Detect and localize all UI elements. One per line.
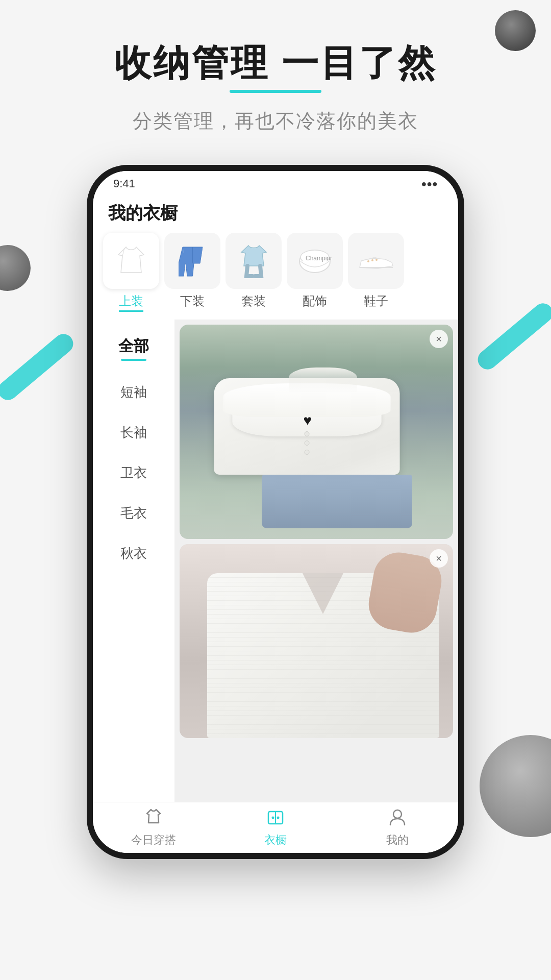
status-time: 9:41 (113, 177, 135, 190)
sidebar-item-all[interactable]: 全部 (93, 325, 174, 372)
decoration-stripe-left (0, 330, 77, 404)
svg-point-10 (277, 817, 279, 819)
sidebar: 全部 短袖 长袖 卫衣 毛衣 秋衣 (93, 320, 174, 802)
status-icons: ●●● (421, 179, 438, 189)
category-tabs: 上装 下装 (93, 233, 458, 320)
nav-label-outfit: 今日穿搭 (131, 832, 176, 848)
svg-point-6 (375, 259, 378, 261)
nav-profile[interactable]: 我的 (357, 807, 438, 848)
svg-point-11 (393, 810, 402, 818)
clothes-card-2: × (180, 544, 453, 738)
category-label-tops: 上装 (119, 293, 143, 312)
bottom-nav: 今日穿搭 衣橱 (93, 802, 458, 853)
nav-outfit[interactable]: 今日穿搭 (113, 807, 194, 848)
nav-wardrobe[interactable]: 衣橱 (235, 807, 316, 848)
app-header: 我的衣橱 (93, 197, 458, 233)
phone-mockup: 9:41 ●●● 我的衣橱 上装 (87, 165, 464, 859)
outfit-icon (144, 807, 163, 829)
category-icon-shoes (348, 233, 404, 289)
clothes-grid: ♥ (174, 320, 458, 802)
svg-point-4 (367, 260, 369, 262)
category-label-accessories: 配饰 (303, 293, 327, 309)
sidebar-item-sweater[interactable]: 毛衣 (93, 493, 174, 533)
content-area: 全部 短袖 长袖 卫衣 毛衣 秋衣 (93, 320, 458, 802)
category-tab-shoes[interactable]: 鞋子 (348, 233, 404, 312)
category-label-bottoms: 下装 (180, 293, 205, 309)
title-underline (230, 90, 321, 93)
category-icon-accessories: Champion (287, 233, 343, 289)
category-tab-suits[interactable]: 套装 (226, 233, 282, 312)
clothes-card-1: ♥ (180, 325, 453, 539)
svg-point-5 (371, 259, 373, 261)
sidebar-item-hoodie[interactable]: 卫衣 (93, 453, 174, 493)
nav-label-profile: 我的 (386, 832, 409, 848)
page-header: 收纳管理 一目了然 分类管理，再也不冷落你的美衣 (0, 0, 551, 134)
category-icon-tops (103, 233, 159, 289)
profile-icon (388, 807, 407, 829)
sub-title: 分类管理，再也不冷落你的美衣 (0, 108, 551, 134)
sidebar-item-short-sleeve[interactable]: 短袖 (93, 372, 174, 412)
decoration-circle-bottom (480, 735, 551, 837)
category-tab-bottoms[interactable]: 下装 (164, 233, 220, 312)
main-title: 收纳管理 一目了然 (0, 41, 551, 93)
decoration-stripe-right (474, 300, 551, 374)
nav-label-wardrobe: 衣橱 (264, 832, 287, 848)
category-label-suits: 套装 (241, 293, 266, 309)
status-bar: 9:41 ●●● (93, 171, 458, 197)
svg-point-9 (271, 817, 274, 819)
sidebar-item-long-sleeve[interactable]: 长袖 (93, 412, 174, 453)
phone-frame: 9:41 ●●● 我的衣橱 上装 (87, 165, 464, 859)
category-label-shoes: 鞋子 (364, 293, 388, 309)
category-icon-bottoms (164, 233, 220, 289)
wardrobe-icon (266, 807, 285, 829)
category-tab-accessories[interactable]: Champion 配饰 (287, 233, 343, 312)
sidebar-item-thermal[interactable]: 秋衣 (93, 533, 174, 574)
svg-text:Champion: Champion (306, 255, 332, 262)
category-icon-suits (226, 233, 282, 289)
decoration-circle-left (0, 245, 31, 291)
category-tab-tops[interactable]: 上装 (103, 233, 159, 312)
